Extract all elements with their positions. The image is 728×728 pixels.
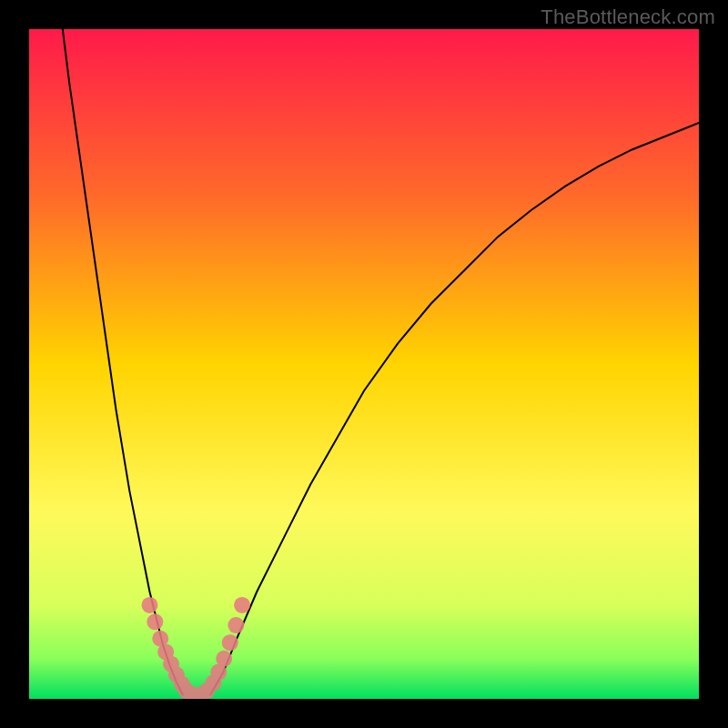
chart-container: TheBottleneck.com <box>0 0 728 728</box>
watermark-text: TheBottleneck.com <box>541 5 715 29</box>
plot-frame <box>27 27 701 701</box>
